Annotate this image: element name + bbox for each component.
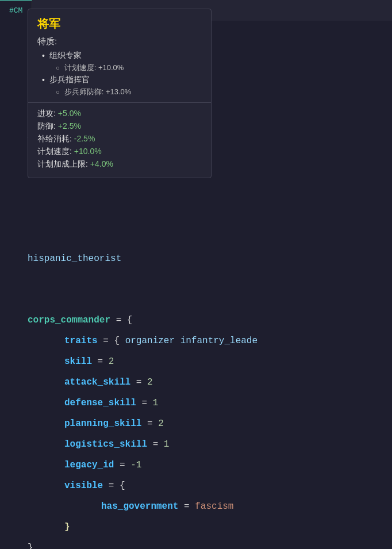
code-line-legacy: legacy_id = -1 — [0, 455, 392, 475]
tooltip-traits-label: 特质: — [28, 34, 211, 49]
tooltip-popup: 将军 特质: 组织专家 计划速度: +10.0% 步兵指挥官 步兵师防御: +1… — [28, 9, 212, 178]
code-line-attack: attack_skill = 2 — [0, 372, 392, 393]
tab-label: #CM — [9, 6, 22, 15]
code-line-planning: planning_skill = 2 — [0, 413, 392, 434]
trait-1-name: 组织专家 — [49, 51, 82, 61]
code-line-close1: } — [0, 517, 392, 538]
code-line-skill: skill = 2 — [0, 351, 392, 372]
tooltip-trait-2-sub: 步兵师防御: +13.0% — [28, 86, 211, 98]
tooltip-trait-1-sub: 计划速度: +10.0% — [28, 62, 211, 74]
code-line-corps: corps_commander = { — [0, 310, 392, 331]
trait-2-name: 步兵指挥官 — [49, 75, 90, 85]
tooltip-trait-2: 步兵指挥官 — [28, 74, 211, 86]
code-line-close2: } — [0, 538, 392, 549]
tooltip-title: 将军 — [28, 9, 211, 34]
trait-2-sub: 步兵师防御: +13.0% — [64, 87, 132, 97]
code-line-has-gov: has_government = fascism — [0, 496, 392, 517]
tooltip-divider — [28, 102, 211, 103]
tooltip-stat-supply: 补给消耗: -2.5% — [28, 133, 211, 145]
tooltip-stat-defense: 防御: +2.5% — [28, 120, 211, 133]
tooltip-trait-1: 组织专家 — [28, 49, 211, 62]
code-line-logistics: logistics_skill = 1 — [0, 434, 392, 455]
trait-1-sub: 计划速度: +10.0% — [64, 63, 124, 73]
tooltip-stat-attack: 进攻: +5.0% — [28, 108, 211, 120]
tooltip-stat-planning-cap: 计划加成上限: +4.0% — [28, 158, 211, 171]
code-line-defense: defense_skill = 1 — [0, 393, 392, 413]
tooltip-stat-planning: 计划速度: +10.0% — [28, 145, 211, 158]
code-line-traits: traits = { organizer infantry_leade — [0, 331, 392, 351]
code-line-visible: visible = { — [0, 475, 392, 496]
